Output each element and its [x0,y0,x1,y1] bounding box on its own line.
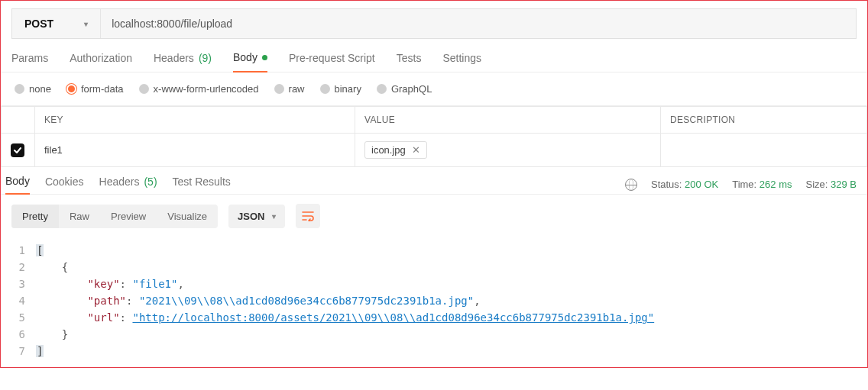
globe-icon[interactable] [625,179,637,191]
time-value: 262 ms [760,179,792,190]
check-icon [13,146,22,155]
table-header-row: KEY VALUE DESCRIPTION [2,107,867,134]
view-raw[interactable]: Raw [59,205,100,228]
headers-count: (9) [199,52,212,64]
radio-icon [66,84,76,94]
response-headers-count: (5) [144,176,157,188]
response-toolbar: Pretty Raw Preview Visualize JSON ▾ [1,195,867,237]
col-key: KEY [35,107,355,134]
radio-none[interactable]: none [15,83,51,95]
radio-urlencoded[interactable]: x-www-form-urlencoded [139,83,259,95]
view-preview[interactable]: Preview [100,205,157,228]
radio-raw[interactable]: raw [274,83,305,95]
tab-tests[interactable]: Tests [397,51,422,72]
chevron-down-icon: ▾ [84,20,88,28]
time-block: Time: 262 ms [732,179,792,190]
status-value: 200 OK [685,179,718,190]
radio-icon [377,84,387,94]
response-body-code[interactable]: 1 2 3 4 5 6 7 [ { "key": "file1", "path"… [1,237,867,367]
chevron-down-icon: ▾ [272,212,276,221]
response-header: Body Cookies Headers (5) Test Results St… [1,167,867,195]
size-value: 329 B [831,179,857,190]
radio-icon [139,84,149,94]
col-description: DESCRIPTION [661,107,867,134]
radio-icon [320,84,330,94]
response-tab-body[interactable]: Body [5,175,30,195]
tab-params[interactable]: Params [11,51,48,72]
view-mode-group: Pretty Raw Preview Visualize [11,205,218,228]
value-cell[interactable]: icon.jpg ✕ [355,134,661,167]
col-value: VALUE [355,107,661,134]
table-row: file1 icon.jpg ✕ [2,134,867,167]
method-label: POST [24,18,53,30]
radio-icon [15,84,24,94]
view-pretty[interactable]: Pretty [11,205,59,228]
format-label: JSON [238,211,264,222]
response-tab-test-results[interactable]: Test Results [173,176,231,194]
tab-body[interactable]: Body [233,51,267,73]
radio-binary[interactable]: binary [320,83,361,95]
tab-settings[interactable]: Settings [442,51,481,72]
file-chip[interactable]: icon.jpg ✕ [364,141,427,159]
tab-authorization[interactable]: Authorization [70,51,132,72]
close-icon[interactable]: ✕ [412,144,420,156]
view-visualize[interactable]: Visualize [157,205,218,228]
url-input[interactable]: localhost:8000/file/upload [101,9,856,38]
radio-icon [274,84,284,94]
wrap-icon [302,211,314,221]
size-block: Size: 329 B [805,179,857,190]
wrap-lines-button[interactable] [296,204,320,228]
tab-headers[interactable]: Headers (9) [154,51,212,72]
radio-form-data[interactable]: form-data [66,83,124,95]
desc-cell[interactable] [661,134,867,167]
line-gutter: 1 2 3 4 5 6 7 [5,242,36,359]
request-url-bar: POST ▾ localhost:8000/file/upload [11,8,857,39]
request-tabs: Params Authorization Headers (9) Body Pr… [1,39,867,73]
key-cell[interactable]: file1 [35,134,355,167]
row-checkbox[interactable] [11,143,24,157]
radio-graphql[interactable]: GraphQL [377,83,432,95]
method-select[interactable]: POST ▾ [12,9,101,38]
url-text: localhost:8000/file/upload [112,18,232,30]
response-tab-cookies[interactable]: Cookies [45,176,84,194]
status-block: Status: 200 OK [651,179,718,190]
file-name: icon.jpg [371,144,406,156]
form-data-table: KEY VALUE DESCRIPTION file1 icon.jpg ✕ [1,106,867,167]
code-content: [ { "key": "file1", "path": "2021\\09\\0… [36,242,863,359]
tab-prerequest-script[interactable]: Pre-request Script [289,51,375,72]
body-modified-dot-icon [262,55,267,60]
body-type-row: none form-data x-www-form-urlencoded raw… [1,73,867,106]
response-tab-headers[interactable]: Headers (5) [99,176,157,194]
format-select[interactable]: JSON ▾ [228,205,285,228]
